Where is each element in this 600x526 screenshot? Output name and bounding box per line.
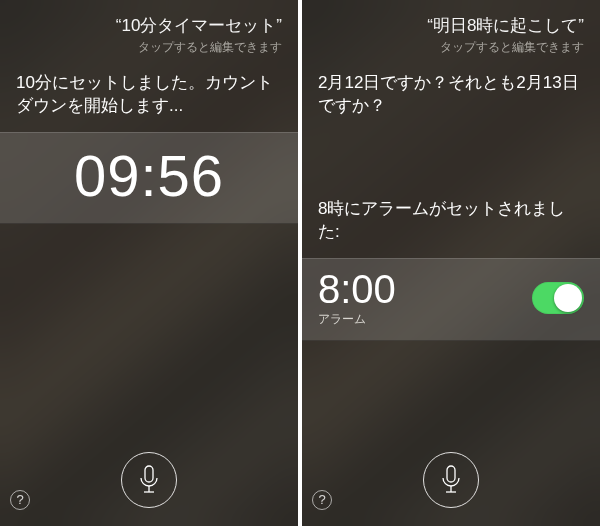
mic-icon bbox=[440, 465, 462, 495]
user-query-block[interactable]: “10分タイマーセット” タップすると編集できます bbox=[0, 0, 298, 66]
user-query-text: “明日8時に起こして” bbox=[318, 14, 584, 37]
mic-button[interactable] bbox=[423, 452, 479, 508]
user-query-block[interactable]: “明日8時に起こして” タップすると編集できます bbox=[302, 0, 600, 66]
toggle-knob bbox=[554, 284, 582, 312]
edit-hint: タップすると編集できます bbox=[318, 39, 584, 56]
siri-screen-alarm: “明日8時に起こして” タップすると編集できます 2月12日ですか？それとも2月… bbox=[302, 0, 600, 526]
content: “10分タイマーセット” タップすると編集できます 10分にセットしました。カウ… bbox=[0, 0, 298, 526]
svg-rect-3 bbox=[447, 466, 455, 482]
timer-value: 09:56 bbox=[16, 147, 282, 205]
user-query-text: “10分タイマーセット” bbox=[16, 14, 282, 37]
mic-button[interactable] bbox=[121, 452, 177, 508]
alarm-label: アラーム bbox=[318, 311, 396, 328]
alarm-card[interactable]: 8:00 アラーム bbox=[302, 258, 600, 341]
siri-screen-timer: “10分タイマーセット” タップすると編集できます 10分にセットしました。カウ… bbox=[0, 0, 298, 526]
siri-response: 10分にセットしました。カウントダウンを開始します... bbox=[0, 66, 298, 132]
alarm-toggle[interactable] bbox=[532, 282, 584, 314]
help-button[interactable]: ? bbox=[10, 490, 30, 510]
svg-rect-0 bbox=[145, 466, 153, 482]
alarm-time: 8:00 bbox=[318, 269, 396, 309]
timer-card[interactable]: 09:56 bbox=[0, 132, 298, 224]
spacer bbox=[302, 132, 600, 192]
help-button[interactable]: ? bbox=[312, 490, 332, 510]
alarm-info: 8:00 アラーム bbox=[318, 269, 396, 328]
edit-hint: タップすると編集できます bbox=[16, 39, 282, 56]
content: “明日8時に起こして” タップすると編集できます 2月12日ですか？それとも2月… bbox=[302, 0, 600, 526]
siri-clarify: 2月12日ですか？それとも2月13日ですか？ bbox=[302, 66, 600, 132]
siri-confirm: 8時にアラームがセットされました: bbox=[302, 192, 600, 258]
mic-icon bbox=[138, 465, 160, 495]
